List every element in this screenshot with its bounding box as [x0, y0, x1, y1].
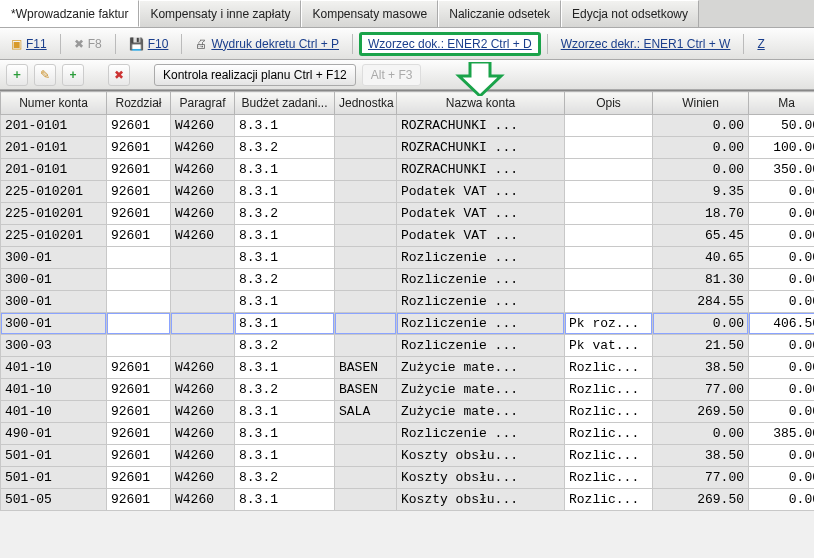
cell[interactable]: [335, 335, 397, 357]
cell[interactable]: 0.00: [653, 313, 749, 335]
cell[interactable]: 65.45: [653, 225, 749, 247]
cell[interactable]: 501-01: [1, 445, 107, 467]
cell[interactable]: 81.30: [653, 269, 749, 291]
col-nazwa-konta[interactable]: Nazwa konta: [397, 92, 565, 115]
cell[interactable]: Rozliczenie ...: [397, 247, 565, 269]
cell[interactable]: [565, 203, 653, 225]
cell[interactable]: Rozliczenie ...: [397, 423, 565, 445]
col-rozdzial[interactable]: Rozdział: [107, 92, 171, 115]
cell[interactable]: 284.55: [653, 291, 749, 313]
cell[interactable]: 92601: [107, 225, 171, 247]
cell[interactable]: 300-03: [1, 335, 107, 357]
cell[interactable]: W4260: [171, 467, 235, 489]
cell[interactable]: Koszty obsłu...: [397, 445, 565, 467]
cell[interactable]: [107, 313, 171, 335]
cell[interactable]: 0.00: [749, 247, 815, 269]
cell[interactable]: BASEN: [335, 357, 397, 379]
table-row[interactable]: 401-1092601W42608.3.1BASENZużycie mate..…: [1, 357, 815, 379]
cell[interactable]: 0.00: [749, 181, 815, 203]
cell[interactable]: Rozliczenie ...: [397, 313, 565, 335]
cell[interactable]: [565, 247, 653, 269]
cell[interactable]: [565, 159, 653, 181]
cell[interactable]: 92601: [107, 137, 171, 159]
cell[interactable]: [335, 115, 397, 137]
cell[interactable]: 8.3.1: [235, 159, 335, 181]
cell[interactable]: 18.70: [653, 203, 749, 225]
cell[interactable]: [565, 225, 653, 247]
cell[interactable]: 92601: [107, 489, 171, 511]
col-budzet[interactable]: Budżet zadani...: [235, 92, 335, 115]
cell[interactable]: 8.3.1: [235, 291, 335, 313]
table-row[interactable]: 501-0192601W42608.3.2Koszty obsłu...Rozl…: [1, 467, 815, 489]
cell[interactable]: [171, 335, 235, 357]
cell[interactable]: Pk roz...: [565, 313, 653, 335]
cell[interactable]: Zużycie mate...: [397, 379, 565, 401]
cell[interactable]: 8.3.2: [235, 467, 335, 489]
cell[interactable]: [107, 269, 171, 291]
cell[interactable]: [107, 335, 171, 357]
cell[interactable]: Rozlic...: [565, 423, 653, 445]
col-ma[interactable]: Ma: [749, 92, 815, 115]
cell[interactable]: W4260: [171, 379, 235, 401]
cell[interactable]: [335, 423, 397, 445]
cell[interactable]: 8.3.1: [235, 313, 335, 335]
cell[interactable]: ROZRACHUNKI ...: [397, 137, 565, 159]
cell[interactable]: [171, 247, 235, 269]
cell[interactable]: 8.3.1: [235, 445, 335, 467]
cell[interactable]: 350.00: [749, 159, 815, 181]
cell[interactable]: [107, 291, 171, 313]
cell[interactable]: W4260: [171, 137, 235, 159]
cell[interactable]: [565, 137, 653, 159]
cell[interactable]: [565, 269, 653, 291]
delete-row-button[interactable]: ✖: [108, 64, 130, 86]
table-row[interactable]: 300-018.3.2Rozliczenie ...81.300.00: [1, 269, 815, 291]
cell[interactable]: 0.00: [749, 379, 815, 401]
table-row[interactable]: 225-01020192601W42608.3.1Podatek VAT ...…: [1, 225, 815, 247]
cell[interactable]: Podatek VAT ...: [397, 225, 565, 247]
cell[interactable]: W4260: [171, 357, 235, 379]
cell[interactable]: Rozliczenie ...: [397, 291, 565, 313]
cell[interactable]: 77.00: [653, 379, 749, 401]
cell[interactable]: 0.00: [749, 357, 815, 379]
cell[interactable]: 92601: [107, 467, 171, 489]
cell[interactable]: 8.3.1: [235, 401, 335, 423]
table-row[interactable]: 300-038.3.2Rozliczenie ...Pk vat...21.50…: [1, 335, 815, 357]
cell[interactable]: [565, 291, 653, 313]
cell[interactable]: 8.3.2: [235, 335, 335, 357]
cell[interactable]: Rozlic...: [565, 357, 653, 379]
save-button[interactable]: 💾 F10: [122, 33, 176, 55]
tab-wprowadzanie-faktur[interactable]: *Wprowadzanie faktur: [0, 0, 139, 27]
cell[interactable]: Rozliczenie ...: [397, 269, 565, 291]
cell[interactable]: 201-0101: [1, 159, 107, 181]
table-row[interactable]: 490-0192601W42608.3.1Rozliczenie ...Rozl…: [1, 423, 815, 445]
cell[interactable]: 50.00: [749, 115, 815, 137]
cell[interactable]: [335, 291, 397, 313]
cell[interactable]: [335, 247, 397, 269]
cell[interactable]: 406.50: [749, 313, 815, 335]
cell[interactable]: 0.00: [653, 137, 749, 159]
cell[interactable]: 8.3.1: [235, 357, 335, 379]
cell[interactable]: 92601: [107, 445, 171, 467]
cell[interactable]: W4260: [171, 225, 235, 247]
cell[interactable]: [107, 247, 171, 269]
cell[interactable]: 501-05: [1, 489, 107, 511]
cell[interactable]: Rozlic...: [565, 467, 653, 489]
z-button[interactable]: Z: [750, 33, 771, 55]
wzorzec-dok-button[interactable]: Wzorzec dok.: ENER2 Ctrl + D: [359, 32, 541, 56]
cell[interactable]: [335, 137, 397, 159]
cell[interactable]: Podatek VAT ...: [397, 203, 565, 225]
cell[interactable]: 8.3.1: [235, 115, 335, 137]
cell[interactable]: ROZRACHUNKI ...: [397, 159, 565, 181]
cell[interactable]: Rozlic...: [565, 379, 653, 401]
table-row[interactable]: 201-010192601W42608.3.1ROZRACHUNKI ...0.…: [1, 159, 815, 181]
cell[interactable]: W4260: [171, 115, 235, 137]
altf3-button[interactable]: Alt + F3: [362, 64, 422, 86]
wzorzec-dekr-button[interactable]: Wzorzec dekr.: ENER1 Ctrl + W: [554, 33, 738, 55]
new-button[interactable]: ▣ F11: [4, 33, 54, 55]
cell[interactable]: 92601: [107, 379, 171, 401]
add-row-button[interactable]: ＋: [6, 64, 28, 86]
cell[interactable]: 269.50: [653, 489, 749, 511]
cell[interactable]: [171, 313, 235, 335]
cell[interactable]: BASEN: [335, 379, 397, 401]
col-opis[interactable]: Opis: [565, 92, 653, 115]
